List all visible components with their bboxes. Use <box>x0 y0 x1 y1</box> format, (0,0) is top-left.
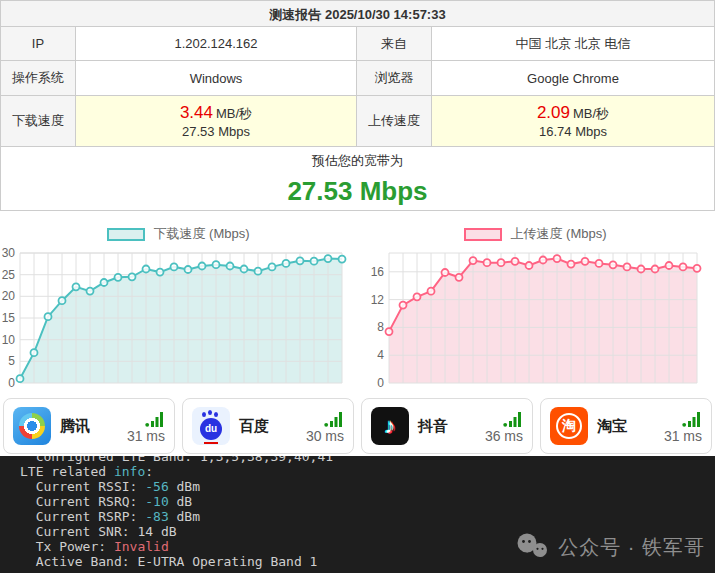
latency-block: 30 ms <box>306 409 344 444</box>
upload-mb-value: 2.09 <box>537 103 570 122</box>
ping-card-tencent: 腾讯 31 ms <box>3 398 175 454</box>
ip-value: 1.202.124.162 <box>76 27 357 61</box>
ip-label: IP <box>1 27 76 61</box>
ping-site-name: 腾讯 <box>60 417 90 436</box>
upload-value-cell: 2.09MB/秒 16.74 Mbps <box>432 96 715 147</box>
tencent-logo-icon <box>13 407 51 445</box>
download-mb-unit: MB/秒 <box>216 106 252 121</box>
signal-bars-icon <box>145 409 165 427</box>
legend-label: 上传速度 (Mbps) <box>510 225 606 243</box>
table-row: 预估您的宽带为 27.53 Mbps <box>1 147 715 211</box>
legend-label: 下载速度 (Mbps) <box>153 225 249 243</box>
upload-mb-unit: MB/秒 <box>573 106 609 121</box>
watermark: 公众号 · 铁军哥 <box>516 533 705 561</box>
signal-bars-icon <box>503 409 523 427</box>
svg-text:10: 10 <box>2 333 16 347</box>
douyin-logo-icon: ♪ <box>371 407 409 445</box>
download-mb-value: 3.44 <box>180 103 213 122</box>
browser-value: Google Chrome <box>432 61 715 96</box>
upload-mbps-value: 16.74 Mbps <box>432 124 714 139</box>
ping-card-douyin: ♪ 抖音 36 ms <box>361 398 533 454</box>
report-title: 测速报告 2025/10/30 14:57:33 <box>269 7 445 22</box>
os-label: 操作系统 <box>1 61 76 96</box>
svg-text:16: 16 <box>371 265 385 279</box>
terminal-line: Current RSRQ: -10 dB <box>20 494 715 509</box>
ping-site-name: 抖音 <box>418 417 448 436</box>
table-row: 操作系统 Windows 浏览器 Google Chrome <box>1 61 715 96</box>
terminal-log[interactable]: configured LTE Band: 1,3,5,38,39,40,41LT… <box>0 456 715 573</box>
terminal-line: Current RSSI: -56 dBm <box>20 479 715 494</box>
download-label: 下载速度 <box>1 96 76 147</box>
svg-text:8: 8 <box>377 320 384 334</box>
download-mbps-value: 27.53 Mbps <box>76 124 356 139</box>
latency-value: 31 ms <box>664 428 702 444</box>
ping-cards-row: 腾讯 31 ms du 百度 30 <box>0 395 715 456</box>
latency-block: 31 ms <box>664 409 702 444</box>
latency-value: 31 ms <box>127 428 165 444</box>
latency-value: 30 ms <box>306 428 344 444</box>
baidu-logo-icon: du <box>192 407 230 445</box>
svg-text:15: 15 <box>2 311 16 325</box>
svg-text:30: 30 <box>2 247 16 260</box>
svg-text:20: 20 <box>2 289 16 303</box>
terminal-line: Current RSRP: -83 dBm <box>20 509 715 524</box>
legend-swatch-icon <box>464 228 502 241</box>
download-value-cell: 3.44MB/秒 27.53 Mbps <box>76 96 357 147</box>
wechat-icon <box>516 533 550 561</box>
table-row: 下载速度 3.44MB/秒 27.53 Mbps 上传速度 2.09MB/秒 1… <box>1 96 715 147</box>
download-chart: 下载速度 (Mbps) 051015202530 <box>0 211 357 395</box>
ping-site-name: 百度 <box>239 417 269 436</box>
origin-value: 中国 北京 北京 电信 <box>432 27 715 61</box>
signal-bars-icon <box>682 409 702 427</box>
charts-section: 下载速度 (Mbps) 051015202530 上传速度 (Mbps) 048… <box>0 211 715 395</box>
info-table: IP 1.202.124.162 来自 中国 北京 北京 电信 操作系统 Win… <box>0 26 715 211</box>
watermark-text: 公众号 · 铁军哥 <box>558 534 705 561</box>
upload-chart-legend: 上传速度 (Mbps) <box>357 223 714 245</box>
os-value: Windows <box>76 61 357 96</box>
svg-text:0: 0 <box>8 376 15 389</box>
upload-chart: 上传速度 (Mbps) 0481216 <box>357 211 714 395</box>
origin-label: 来自 <box>357 27 432 61</box>
legend-swatch-icon <box>107 228 145 241</box>
browser-label: 浏览器 <box>357 61 432 96</box>
taobao-logo-icon: 淘 <box>550 407 588 445</box>
svg-text:4: 4 <box>377 348 384 362</box>
table-row: IP 1.202.124.162 来自 中国 北京 北京 电信 <box>1 27 715 61</box>
ping-card-baidu: du 百度 30 ms <box>182 398 354 454</box>
upload-label: 上传速度 <box>357 96 432 147</box>
download-chart-legend: 下载速度 (Mbps) <box>0 223 357 245</box>
latency-block: 31 ms <box>127 409 165 444</box>
upload-chart-plot: 0481216 <box>357 247 705 389</box>
estimate-caption: 预估您的宽带为 <box>1 152 714 170</box>
svg-text:25: 25 <box>2 268 16 282</box>
ping-site-name: 淘宝 <box>597 417 627 436</box>
ping-card-taobao: 淘 淘宝 31 ms <box>540 398 712 454</box>
speedtest-report-page: 测速报告 2025/10/30 14:57:33 IP 1.202.124.16… <box>0 0 715 574</box>
latency-block: 36 ms <box>485 409 523 444</box>
estimate-banner: 预估您的宽带为 27.53 Mbps <box>1 147 715 211</box>
svg-text:12: 12 <box>371 293 385 307</box>
signal-bars-icon <box>324 409 344 427</box>
latency-value: 36 ms <box>485 428 523 444</box>
download-chart-plot: 051015202530 <box>0 247 350 389</box>
svg-text:5: 5 <box>8 354 15 368</box>
terminal-line: LTE related info: <box>20 464 715 479</box>
svg-text:0: 0 <box>377 376 384 389</box>
estimate-value: 27.53 Mbps <box>1 176 714 207</box>
terminal-line: configured LTE Band: 1,3,5,38,39,40,41 <box>20 456 715 464</box>
report-title-bar: 测速报告 2025/10/30 14:57:33 <box>0 0 715 27</box>
